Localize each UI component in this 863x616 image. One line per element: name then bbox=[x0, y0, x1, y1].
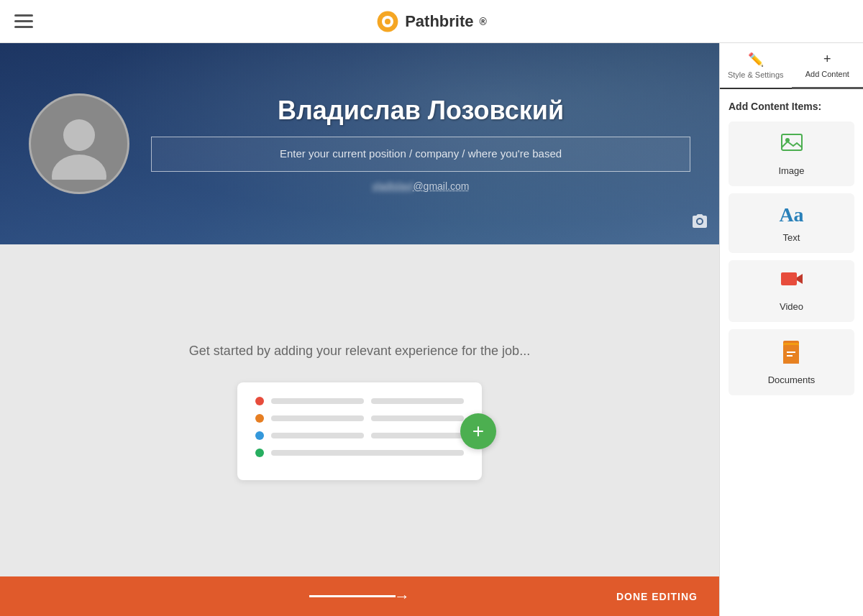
done-editing-bar-wrapper: → DONE EDITING bbox=[0, 576, 719, 616]
illus-dot-4 bbox=[255, 449, 264, 457]
svg-marker-9 bbox=[797, 274, 803, 284]
done-editing-button[interactable]: → DONE EDITING bbox=[0, 576, 719, 616]
illus-line-1b bbox=[371, 398, 464, 404]
logo-icon bbox=[376, 10, 399, 33]
get-started-section: Get started by adding your relevant expe… bbox=[0, 244, 719, 576]
illus-dot-1 bbox=[255, 397, 264, 405]
done-editing-label: DONE EDITING bbox=[616, 591, 698, 602]
illus-dot-2 bbox=[255, 414, 264, 423]
content-area: Владислав Лозовский Enter your current p… bbox=[0, 43, 719, 616]
main-layout: Владислав Лозовский Enter your current p… bbox=[0, 43, 863, 616]
illus-row-3 bbox=[255, 431, 464, 440]
svg-rect-12 bbox=[783, 345, 799, 364]
svg-rect-8 bbox=[781, 272, 797, 285]
illus-dot-3 bbox=[255, 431, 264, 440]
svg-point-5 bbox=[698, 219, 702, 224]
profile-header: Владислав Лозовский Enter your current p… bbox=[0, 43, 719, 244]
sidebar-content: Add Content Items: Image Aa Text bbox=[720, 89, 863, 616]
arrow-indicator: → bbox=[309, 587, 410, 606]
avatar-icon bbox=[43, 108, 115, 180]
plus-icon: + bbox=[823, 52, 831, 67]
text-icon: Aa bbox=[779, 203, 803, 226]
logo: Pathbrite® bbox=[376, 10, 487, 33]
arrow-line bbox=[309, 595, 396, 597]
topbar: Pathbrite® bbox=[0, 0, 863, 43]
avatar bbox=[29, 93, 129, 194]
hamburger-menu[interactable] bbox=[14, 14, 33, 28]
add-content-circle-button[interactable]: + bbox=[460, 413, 496, 449]
svg-point-4 bbox=[52, 155, 106, 180]
svg-rect-6 bbox=[782, 134, 802, 150]
documents-label: Documents bbox=[768, 374, 816, 385]
logo-text: Pathbrite bbox=[405, 12, 473, 31]
content-item-image[interactable]: Image bbox=[729, 121, 854, 186]
content-item-text[interactable]: Aa Text bbox=[729, 193, 854, 253]
svg-point-2 bbox=[385, 19, 391, 24]
illus-line-2a bbox=[271, 415, 364, 421]
documents-icon bbox=[782, 339, 802, 369]
illus-line-3a bbox=[271, 433, 364, 438]
right-sidebar: ✏️ Style & Settings + Add Content Add Co… bbox=[719, 43, 863, 616]
illustration-card: + bbox=[237, 382, 482, 480]
illus-line-2b bbox=[371, 415, 464, 421]
arrow-head: → bbox=[394, 587, 410, 606]
illus-line-3b bbox=[371, 433, 464, 438]
tab-add-label: Add Content bbox=[805, 70, 849, 78]
tab-add-content[interactable]: + Add Content bbox=[792, 43, 864, 89]
content-item-documents[interactable]: Documents bbox=[729, 329, 854, 395]
illus-row-4 bbox=[255, 449, 464, 457]
image-label: Image bbox=[778, 165, 804, 176]
illus-line-1a bbox=[271, 398, 364, 404]
content-item-video[interactable]: Video bbox=[729, 260, 854, 322]
get-started-text: Get started by adding your relevant expe… bbox=[189, 341, 530, 362]
illus-row-1 bbox=[255, 397, 464, 405]
camera-button[interactable] bbox=[691, 212, 708, 234]
image-icon bbox=[780, 132, 803, 160]
profile-name: Владислав Лозовский bbox=[151, 96, 690, 126]
text-label: Text bbox=[783, 232, 800, 243]
illus-line-4a bbox=[271, 450, 464, 456]
sidebar-tabs: ✏️ Style & Settings + Add Content bbox=[720, 43, 863, 89]
illus-row-2 bbox=[255, 414, 464, 423]
email-domain: @gmail.com bbox=[413, 180, 469, 192]
svg-point-3 bbox=[63, 119, 95, 151]
sidebar-section-title: Add Content Items: bbox=[729, 100, 854, 113]
profile-email: vladislavl@gmail.com bbox=[151, 180, 690, 192]
profile-position-input[interactable]: Enter your current position / company / … bbox=[151, 137, 690, 172]
camera-icon bbox=[691, 212, 708, 229]
video-label: Video bbox=[780, 301, 803, 312]
email-username: vladislavl bbox=[373, 180, 414, 192]
tab-style-settings[interactable]: ✏️ Style & Settings bbox=[720, 43, 792, 88]
logo-trademark: ® bbox=[480, 16, 487, 27]
pencil-icon: ✏️ bbox=[748, 52, 764, 68]
video-icon bbox=[780, 270, 803, 295]
profile-info: Владислав Лозовский Enter your current p… bbox=[129, 96, 690, 192]
tab-style-label: Style & Settings bbox=[728, 70, 784, 79]
